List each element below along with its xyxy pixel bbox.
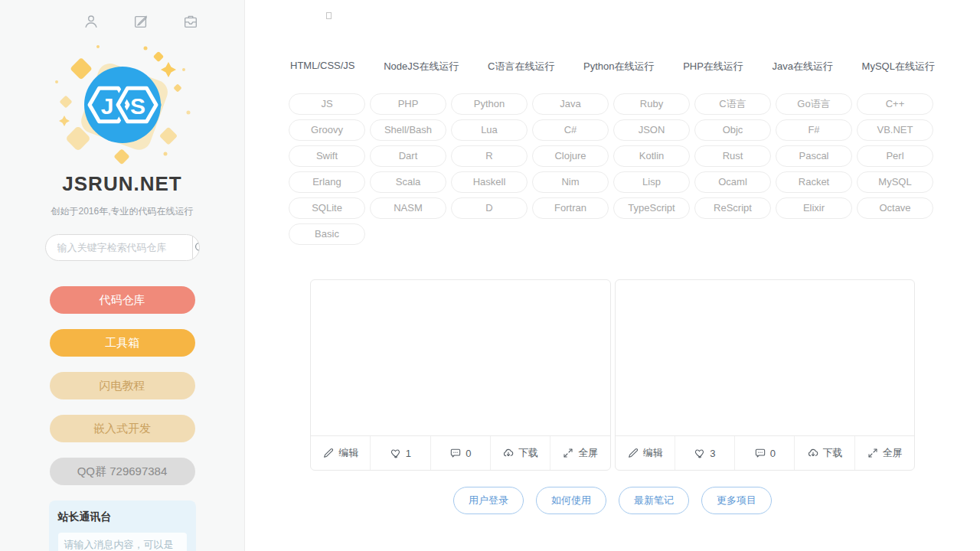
language-pill[interactable]: MySQL [857,171,933,193]
sidebar-top-icons [83,13,199,30]
language-pill[interactable]: Erlang [289,171,365,193]
language-pill[interactable]: SQLite [289,197,365,219]
brand-tagline: 创始于2016年,专业的代码在线运行 [0,205,244,218]
language-pill[interactable]: Lisp [613,171,690,193]
language-pill[interactable]: VB.NET [857,119,933,141]
message-input[interactable] [58,533,187,551]
language-pill[interactable]: F# [776,119,852,141]
language-pill[interactable]: Python [451,93,528,115]
language-pill[interactable]: Ocaml [694,171,771,193]
language-pill[interactable]: Clojure [532,145,609,167]
language-pill[interactable]: Groovy [289,119,365,141]
tab-6[interactable]: MySQL在线运行 [862,60,935,73]
tab-5[interactable]: Java在线运行 [773,60,833,73]
language-pill[interactable]: Ruby [613,93,690,115]
inbox-icon[interactable] [182,13,199,30]
search-input[interactable] [46,235,192,260]
language-pill[interactable]: PHP [370,93,446,115]
action-label: 下载 [823,446,843,460]
sidebar-button-0[interactable]: 代码仓库 [50,286,195,314]
card-action-bar: 编辑30下载全屏 [616,435,915,470]
language-pill[interactable]: JS [289,93,365,115]
language-pill[interactable]: D [451,197,528,219]
footer-button-3[interactable]: 更多项目 [701,487,772,514]
language-pill[interactable]: Racket [776,171,852,193]
footer-buttons: 用户登录如何使用最新笔记更多项目 [245,487,980,514]
user-icon[interactable] [83,13,100,30]
card-preview [616,280,915,435]
sidebar-button-2[interactable]: 闪电教程 [50,372,195,399]
comment-icon [754,447,766,459]
tab-2[interactable]: C语言在线运行 [488,60,554,73]
sidebar-button-1[interactable]: 工具箱 [50,329,195,357]
language-pill[interactable]: Swift [289,145,365,167]
card-preview [311,280,610,435]
language-pill[interactable]: ReScript [694,197,771,219]
language-pill[interactable]: C++ [857,93,933,115]
language-pill[interactable]: Pascal [776,145,852,167]
language-pill[interactable]: Objc [694,119,771,141]
action-label: 全屏 [578,446,598,460]
footer-button-0[interactable]: 用户登录 [453,487,524,514]
download-action[interactable]: 下载 [490,436,550,470]
pencil-action[interactable]: 编辑 [311,436,370,470]
language-pill[interactable]: Nim [532,171,609,193]
placeholder-box [326,12,332,19]
language-pill[interactable]: R [451,145,528,167]
edit-icon[interactable] [132,13,149,30]
like-action[interactable]: 3 [675,436,734,470]
tab-4[interactable]: PHP在线运行 [683,60,743,73]
like-icon [694,447,706,459]
footer-button-2[interactable]: 最新笔记 [619,487,689,514]
tab-0[interactable]: HTML/CSS/JS [290,60,355,73]
download-action[interactable]: 下载 [794,436,854,470]
language-pill[interactable]: Go语言 [776,93,852,115]
action-label: 3 [710,448,715,459]
sidebar-buttons: 代码仓库工具箱闪电教程嵌入式开发QQ群 729697384 [0,286,244,485]
tab-3[interactable]: Python在线运行 [583,60,654,73]
comment-action[interactable]: 0 [430,436,490,470]
language-pill[interactable]: Perl [857,145,933,167]
svg-text:J: J [100,93,113,119]
language-pill[interactable]: Haskell [451,171,528,193]
like-action[interactable]: 1 [370,436,430,470]
fullscreen-action[interactable]: 全屏 [550,436,609,470]
comment-action[interactable]: 0 [734,436,794,470]
action-label: 编辑 [643,446,663,460]
board-title: 站长通讯台 [58,510,187,524]
comment-icon [449,447,462,459]
like-icon [390,447,402,459]
language-pill[interactable]: Shell/Bash [370,119,446,141]
language-pill[interactable]: Lua [451,119,528,141]
footer-button-1[interactable]: 如何使用 [536,487,606,514]
sidebar-button-3[interactable]: 嵌入式开发 [50,415,195,442]
language-pill[interactable]: Elixir [776,197,852,219]
language-pill[interactable]: Basic [289,223,365,245]
language-pill[interactable]: Fortran [532,197,609,219]
language-pill[interactable]: TypeScript [613,197,690,219]
fullscreen-icon [562,447,574,459]
code-card-1: 编辑30下载全屏 [615,279,916,471]
download-icon [807,447,819,459]
language-pill[interactable]: Java [532,93,609,115]
sidebar-button-4[interactable]: QQ群 729697384 [50,458,195,485]
language-pill[interactable]: Octave [857,197,933,219]
action-label: 下载 [518,446,538,460]
jsrun-logo[interactable]: J S [46,39,199,171]
pencil-icon [627,447,639,459]
language-pill[interactable]: C语言 [694,93,771,115]
tab-1[interactable]: NodeJS在线运行 [384,60,459,73]
language-pill[interactable]: Dart [370,145,446,167]
brand-title: JSRUN.NET [0,172,244,196]
language-pill[interactable]: JSON [613,119,690,141]
action-label: 0 [770,448,776,459]
language-pill[interactable]: Scala [370,171,446,193]
language-pill[interactable]: Kotlin [613,145,690,167]
language-pill[interactable]: Rust [694,145,771,167]
pencil-action[interactable]: 编辑 [616,436,675,470]
fullscreen-action[interactable]: 全屏 [854,436,914,470]
search-icon[interactable] [192,235,200,260]
language-pill[interactable]: C# [532,119,609,141]
language-pill[interactable]: NASM [370,197,446,219]
sidebar: J S JSRUN.NET 创始于2016年,专业的代码在线运行 代码仓库工具箱… [0,0,245,551]
